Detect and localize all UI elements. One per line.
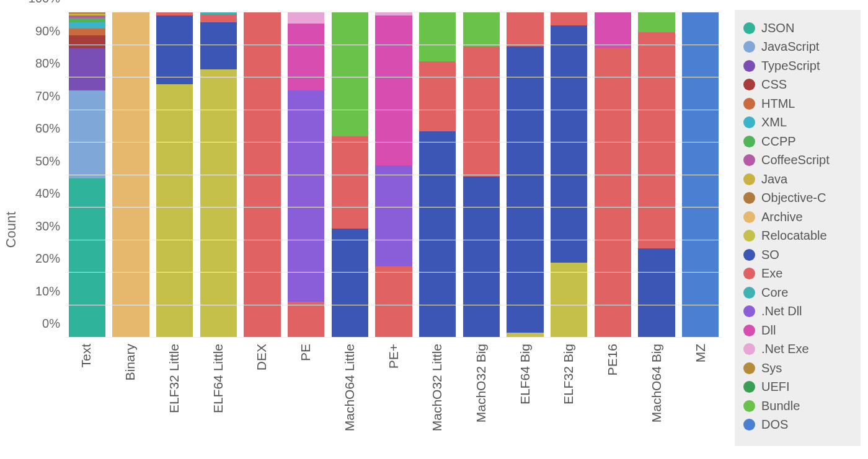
x-label-slot: PE+: [371, 343, 415, 453]
bar-segment: [112, 12, 149, 338]
bar-segment: [69, 22, 105, 29]
x-tick-label: MachO64 Big: [649, 344, 664, 422]
x-tick-label: Text: [79, 344, 94, 368]
x-tick-label: PE+: [386, 344, 401, 369]
legend-swatch-icon: [743, 362, 755, 374]
x-label-slot: PE16: [591, 343, 635, 453]
bar-segment: [463, 46, 500, 177]
legend-item: CSS: [743, 76, 852, 95]
bar-slot: [109, 12, 153, 338]
legend-swatch-icon: [743, 343, 755, 355]
x-label-slot: PE: [284, 343, 328, 453]
stacked-bar: [200, 12, 237, 338]
legend-label: JavaScript: [761, 40, 819, 54]
x-tick-label: PE16: [605, 344, 620, 375]
x-tick-label: MachO32 Little: [430, 344, 445, 431]
legend-label: Relocatable: [761, 229, 827, 243]
y-tick-label: 0%: [42, 317, 65, 331]
bar-segment: [288, 90, 324, 302]
legend-label: JSON: [761, 21, 794, 35]
x-label-slot: Binary: [108, 343, 153, 453]
grid-line: [65, 77, 722, 77]
stacked-bar: [69, 12, 105, 338]
legend-item: .Net Dll: [743, 302, 852, 321]
x-tick-label: ELF32 Little: [167, 344, 182, 413]
legend-item: .Net Exe: [743, 340, 852, 359]
y-tick-label: 10%: [35, 284, 65, 298]
stacked-bar: [595, 12, 631, 338]
legend-swatch-icon: [743, 400, 755, 412]
bar-slot: [591, 12, 635, 338]
x-tick-label: ELF64 Big: [518, 344, 533, 404]
bar-slot: [197, 12, 241, 338]
bar-segment: [156, 15, 193, 84]
x-tick-label: MZ: [693, 344, 708, 362]
legend-swatch-icon: [743, 230, 755, 242]
legend-item: CoffeeScript: [743, 151, 852, 170]
legend-label: Objective-C: [761, 191, 826, 205]
bar-segment: [463, 177, 500, 338]
stacked-bar: [375, 12, 412, 338]
legend-swatch-icon: [743, 381, 755, 393]
legend: JSONJavaScriptTypeScriptCSSHTMLXMLCCPPCo…: [735, 10, 861, 446]
x-tick-label: ELF64 Little: [211, 344, 226, 413]
x-label-slot: MachO64 Big: [635, 343, 679, 453]
legend-item: JavaScript: [743, 38, 852, 57]
bar-slot: [241, 12, 285, 338]
grid-line: [65, 272, 722, 273]
stacked-bar: [507, 12, 543, 338]
stacked-bar: [419, 12, 456, 338]
bar-segment: [638, 32, 675, 248]
legend-swatch-icon: [743, 60, 755, 72]
x-label-slot: ELF64 Little: [196, 343, 240, 453]
bar-segment: [200, 14, 237, 22]
bar-segment: [638, 12, 675, 32]
legend-label: CoffeeScript: [761, 153, 830, 167]
bar-slot: [678, 12, 722, 338]
legend-swatch-icon: [743, 41, 755, 53]
grid-line: [65, 240, 722, 240]
stacked-bar: [463, 12, 500, 338]
bar-segment: [682, 12, 719, 338]
bar-segment: [419, 131, 456, 338]
x-tick-label: Binary: [123, 344, 138, 381]
x-tick-label: MachO32 Big: [474, 344, 489, 422]
grid-line: [65, 175, 722, 175]
stacked-bar: [332, 12, 368, 338]
legend-item: Archive: [743, 208, 852, 227]
legend-swatch-icon: [743, 325, 755, 336]
legend-item: JSON: [743, 19, 852, 38]
bar-slot: [415, 12, 459, 338]
x-label-slot: ELF32 Big: [547, 343, 591, 453]
legend-item: Bundle: [743, 396, 852, 416]
legend-item: SO: [743, 245, 852, 264]
legend-label: Archive: [761, 210, 803, 224]
grid-line: [65, 207, 722, 208]
legend-item: CCPP: [743, 132, 852, 151]
legend-item: Sys: [743, 359, 852, 378]
bar-segment: [200, 22, 237, 69]
bar-segment: [595, 12, 631, 48]
legend-item: TypeScript: [743, 56, 852, 76]
legend-label: TypeScript: [761, 59, 820, 73]
bar-segment: [288, 24, 324, 90]
bar-segment: [463, 12, 500, 46]
legend-swatch-icon: [743, 211, 755, 223]
legend-swatch-icon: [743, 305, 755, 317]
bar-slot: [503, 12, 547, 338]
legend-label: HTML: [761, 97, 795, 111]
stacked-bar: [682, 12, 719, 338]
legend-item: Core: [743, 283, 852, 302]
legend-item: Dll: [743, 321, 852, 340]
legend-label: .Net Dll: [761, 304, 802, 318]
x-label-slot: MachO64 Little: [327, 343, 371, 453]
bar-segment: [69, 28, 105, 35]
legend-label: Bundle: [761, 399, 800, 413]
legend-swatch-icon: [743, 98, 755, 110]
y-axis-label: Count: [3, 211, 19, 248]
y-tick-label: 50%: [35, 154, 65, 168]
stacked-bar: [551, 12, 587, 338]
grid-line: [65, 337, 722, 338]
legend-item: Relocatable: [743, 227, 852, 246]
bar-slot: [547, 12, 591, 338]
